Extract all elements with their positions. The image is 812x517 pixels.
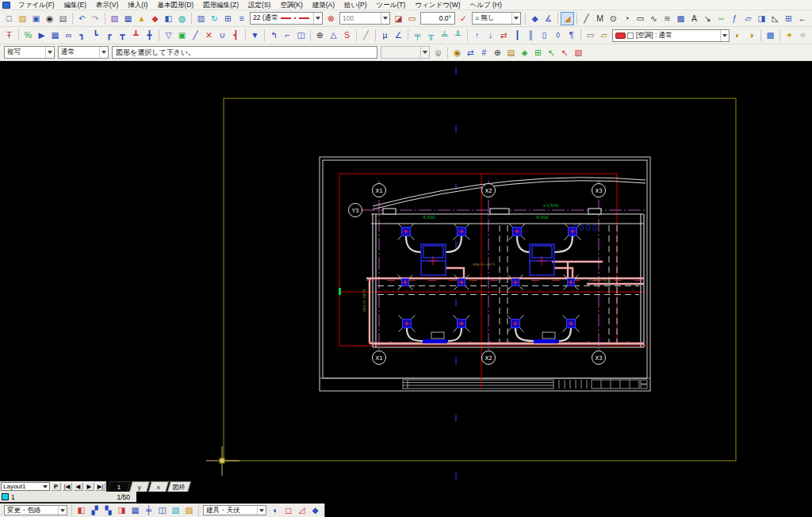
riser-pipe-icon[interactable]: Ŧ bbox=[2, 29, 16, 42]
open-file-icon[interactable]: ▨ bbox=[16, 12, 29, 25]
riser-down-icon[interactable]: ↓ bbox=[484, 29, 497, 42]
bulb-off-icon[interactable]: ✧ bbox=[796, 29, 810, 42]
corner-duct-icon[interactable]: ⌐ bbox=[281, 29, 294, 42]
menu-basic-shapes[interactable]: 基本図形(D) bbox=[152, 0, 198, 10]
window2-icon[interactable]: ▧ bbox=[169, 504, 182, 517]
view-capture-icon[interactable]: ▧ bbox=[108, 12, 121, 25]
dim-up-icon[interactable]: ╧ bbox=[438, 29, 451, 42]
measure-icon[interactable]: ▭ bbox=[405, 12, 419, 25]
nav-prev-button[interactable]: ◀ bbox=[73, 482, 83, 491]
leader-tool-icon[interactable]: ↘ bbox=[701, 12, 714, 25]
macro-icon[interactable]: ◈ bbox=[518, 46, 531, 59]
layer-color-swatch[interactable] bbox=[2, 493, 9, 500]
chevron-down-icon[interactable] bbox=[420, 47, 428, 58]
mic-icon[interactable]: ψ bbox=[431, 46, 445, 59]
sheet-tab-1[interactable]: 1 bbox=[107, 481, 131, 492]
layout-select[interactable]: Layout1 bbox=[1, 482, 50, 491]
chevron-down-icon[interactable] bbox=[58, 505, 66, 516]
elbow-sw-icon[interactable]: ┗ bbox=[89, 29, 102, 42]
normal-mode-select[interactable]: 通常 bbox=[58, 46, 109, 59]
pick-add-icon[interactable]: ↖ bbox=[545, 46, 558, 59]
dim-down-icon[interactable]: ╨ bbox=[451, 29, 465, 42]
door-icon[interactable]: ◖ bbox=[268, 504, 282, 517]
box-column-icon[interactable]: ▯ bbox=[538, 29, 551, 42]
micro-icon[interactable]: µ bbox=[378, 29, 392, 42]
hook-icon[interactable]: ↰ bbox=[267, 29, 281, 42]
sheet-settings-icon[interactable]: ≡ bbox=[235, 12, 248, 25]
outline-icon[interactable]: ◨ bbox=[115, 504, 128, 517]
grid-snap-icon[interactable]: # bbox=[477, 46, 491, 59]
fit-view-icon[interactable]: ◍ bbox=[175, 12, 189, 25]
menu-view[interactable]: 表示(V) bbox=[91, 0, 123, 10]
elbow-ne-icon[interactable]: ┓ bbox=[75, 29, 89, 42]
line-tool-icon[interactable]: ╱ bbox=[580, 12, 593, 25]
menu-edit[interactable]: 編集(E) bbox=[59, 0, 91, 10]
chevron-down-icon[interactable] bbox=[511, 13, 519, 24]
nav-last-button[interactable]: ▶| bbox=[95, 482, 105, 491]
menu-help[interactable]: ヘルプ (H) bbox=[465, 0, 507, 10]
status-message-box[interactable]: 図形を選択して下さい。 bbox=[112, 46, 377, 59]
pick-delete-icon[interactable]: ↖ bbox=[558, 46, 572, 59]
span-icon[interactable]: ▦ bbox=[128, 504, 142, 517]
erase-red-icon[interactable]: ▧ bbox=[572, 46, 585, 59]
select-window-icon[interactable]: ◧ bbox=[162, 12, 175, 25]
stamp2-icon[interactable]: ▤ bbox=[504, 46, 518, 59]
chevron-down-icon[interactable] bbox=[45, 47, 53, 58]
fill-tool-icon[interactable]: ◨ bbox=[755, 12, 768, 25]
hatch-lines-icon[interactable]: ≋ bbox=[661, 12, 674, 25]
bulb-on-icon[interactable]: ✦ bbox=[783, 29, 796, 42]
swap-icon[interactable]: ⇄ bbox=[497, 29, 511, 42]
print-icon[interactable]: ▤ bbox=[56, 12, 70, 25]
arc-door-icon[interactable]: ◻ bbox=[282, 504, 295, 517]
transform-icon[interactable]: ⇄ bbox=[464, 46, 477, 59]
nav-first-button[interactable]: |◀ bbox=[62, 482, 72, 491]
scale-value[interactable]: 1/50 bbox=[117, 493, 135, 501]
move-left-icon[interactable]: ← bbox=[795, 12, 809, 25]
annotation-icon[interactable]: ▲ bbox=[135, 12, 148, 25]
snapshot-icon[interactable]: ◉ bbox=[450, 46, 464, 59]
tee-down-icon[interactable]: ┳ bbox=[116, 29, 129, 42]
pipe-link-icon[interactable]: ∞ bbox=[62, 29, 75, 42]
image-frame-icon[interactable]: ▩ bbox=[674, 12, 688, 25]
tag2-icon[interactable]: ¶ bbox=[565, 29, 578, 42]
riser-up-icon[interactable]: ↑ bbox=[470, 29, 484, 42]
menu-takeoff[interactable]: 拾い(P) bbox=[339, 0, 372, 10]
layer-manager-icon[interactable]: ▦ bbox=[121, 12, 135, 25]
column-b-icon[interactable]: ║ bbox=[524, 29, 538, 42]
duct-table-icon[interactable]: ▦ bbox=[48, 29, 62, 42]
fitting-box-icon[interactable]: ▣ bbox=[175, 29, 189, 42]
pipe-route-icon[interactable]: % bbox=[21, 29, 35, 42]
text-tool-icon[interactable]: A bbox=[688, 12, 701, 25]
polyline-tool-icon[interactable]: M bbox=[593, 12, 607, 25]
wall-break-icon[interactable]: ▞ bbox=[88, 504, 102, 517]
rect-tool-icon[interactable]: ▭ bbox=[634, 12, 647, 25]
menu-architecture[interactable]: 建築(A) bbox=[308, 0, 339, 10]
menu-settings[interactable]: 設定(S) bbox=[243, 0, 275, 10]
menu-file[interactable]: ファイル(F) bbox=[13, 0, 59, 10]
pipe-merge-icon[interactable]: ∪ bbox=[216, 29, 229, 42]
refresh-icon[interactable]: ↻ bbox=[208, 12, 221, 25]
link-line-icon[interactable]: ∽ bbox=[714, 12, 728, 25]
fixture-mode-select[interactable]: 建具・天伏 bbox=[203, 505, 266, 515]
delete-style-icon[interactable]: ⊗ bbox=[324, 12, 338, 25]
attach-icon[interactable]: ⊞ bbox=[531, 46, 545, 59]
pen-3d-icon[interactable]: ◆ bbox=[528, 12, 542, 25]
snap-select[interactable]: ≡ 無し bbox=[472, 12, 521, 25]
find-icon[interactable]: ◉ bbox=[43, 12, 56, 25]
chevron-down-icon[interactable] bbox=[381, 13, 389, 24]
center-snap-icon[interactable]: ⊕ bbox=[491, 46, 504, 59]
menu-tools[interactable]: ツール(T) bbox=[372, 0, 411, 10]
spline-tool-icon[interactable]: ∿ bbox=[647, 12, 661, 25]
sheet-tab-y[interactable]: y bbox=[129, 481, 150, 492]
menu-window[interactable]: ウィンドウ(W) bbox=[410, 0, 465, 10]
zoom-select[interactable]: 100 bbox=[339, 12, 390, 25]
center-mark-icon[interactable]: ⊕ bbox=[313, 29, 327, 42]
object-copy-icon[interactable]: ⊞ bbox=[782, 12, 795, 25]
hammer-tool-icon[interactable]: ◢ bbox=[561, 12, 574, 25]
corner-edit-icon[interactable]: ◺ bbox=[768, 12, 782, 25]
angle-field[interactable]: 0.0° bbox=[420, 12, 455, 25]
pen-yellow-icon[interactable]: ◐ bbox=[731, 29, 745, 42]
tee-up-icon[interactable]: ┻ bbox=[129, 29, 143, 42]
slope-pipe-icon[interactable]: ╱ bbox=[189, 29, 202, 42]
fixture-layer-icon[interactable]: ◆ bbox=[308, 504, 322, 517]
